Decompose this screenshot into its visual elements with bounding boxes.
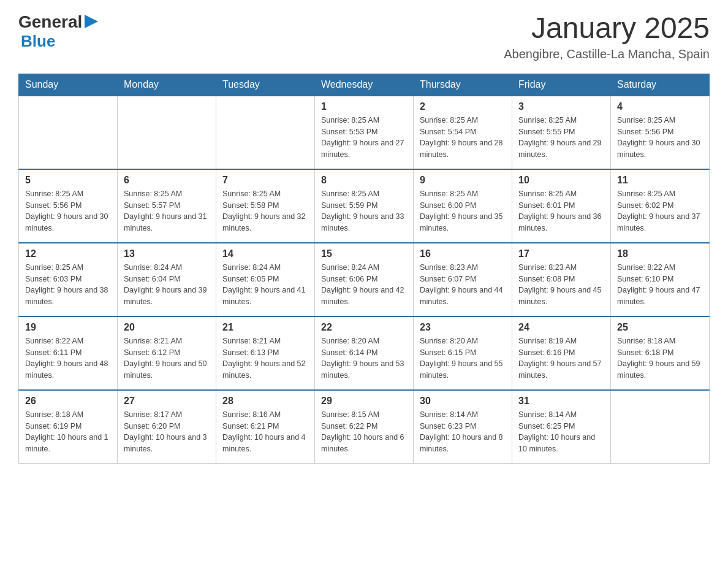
day-number: 27: [124, 396, 210, 407]
day-number: 24: [518, 322, 604, 333]
day-number: 14: [222, 248, 308, 259]
day-info: Sunrise: 8:18 AM Sunset: 6:18 PM Dayligh…: [617, 335, 703, 381]
day-info: Sunrise: 8:25 AM Sunset: 5:53 PM Dayligh…: [321, 115, 407, 161]
day-info: Sunrise: 8:21 AM Sunset: 6:13 PM Dayligh…: [222, 335, 308, 381]
calendar-cell: 24Sunrise: 8:19 AM Sunset: 6:16 PM Dayli…: [512, 316, 611, 390]
month-title: January 2025: [504, 12, 710, 45]
day-info: Sunrise: 8:25 AM Sunset: 6:00 PM Dayligh…: [420, 188, 506, 234]
day-number: 8: [321, 175, 407, 186]
day-info: Sunrise: 8:25 AM Sunset: 5:56 PM Dayligh…: [617, 115, 703, 161]
calendar-cell: 3Sunrise: 8:25 AM Sunset: 5:55 PM Daylig…: [512, 96, 611, 169]
logo-general-text: General: [18, 12, 82, 32]
day-of-week-header: Monday: [118, 74, 216, 96]
day-number: 13: [124, 248, 210, 259]
day-number: 15: [321, 248, 407, 259]
day-info: Sunrise: 8:21 AM Sunset: 6:12 PM Dayligh…: [124, 335, 210, 381]
day-of-week-header: Tuesday: [216, 74, 315, 96]
day-number: 22: [321, 322, 407, 333]
calendar-cell: 23Sunrise: 8:20 AM Sunset: 6:15 PM Dayli…: [414, 316, 512, 390]
calendar-cell: 17Sunrise: 8:23 AM Sunset: 6:08 PM Dayli…: [512, 243, 611, 316]
day-info: Sunrise: 8:14 AM Sunset: 6:25 PM Dayligh…: [518, 409, 604, 455]
day-info: Sunrise: 8:22 AM Sunset: 6:11 PM Dayligh…: [25, 335, 111, 381]
day-info: Sunrise: 8:25 AM Sunset: 6:03 PM Dayligh…: [25, 262, 111, 308]
day-number: 5: [25, 175, 111, 186]
location-title: Abengibre, Castille-La Mancha, Spain: [504, 47, 710, 61]
calendar-table: SundayMondayTuesdayWednesdayThursdayFrid…: [18, 74, 710, 464]
day-number: 29: [321, 396, 407, 407]
calendar-week-row: 1Sunrise: 8:25 AM Sunset: 5:53 PM Daylig…: [19, 96, 710, 169]
day-number: 30: [420, 396, 506, 407]
day-info: Sunrise: 8:14 AM Sunset: 6:23 PM Dayligh…: [420, 409, 506, 455]
day-info: Sunrise: 8:25 AM Sunset: 5:57 PM Dayligh…: [124, 188, 210, 234]
day-of-week-header: Saturday: [611, 74, 710, 96]
day-number: 23: [420, 322, 506, 333]
calendar-cell: 1Sunrise: 8:25 AM Sunset: 5:53 PM Daylig…: [315, 96, 414, 169]
day-info: Sunrise: 8:25 AM Sunset: 5:55 PM Dayligh…: [518, 115, 604, 161]
calendar-cell: [216, 96, 315, 169]
day-number: 2: [420, 101, 506, 112]
calendar-cell: 8Sunrise: 8:25 AM Sunset: 5:59 PM Daylig…: [315, 169, 414, 243]
calendar-week-row: 12Sunrise: 8:25 AM Sunset: 6:03 PM Dayli…: [19, 243, 710, 316]
calendar-cell: 31Sunrise: 8:14 AM Sunset: 6:25 PM Dayli…: [512, 390, 611, 464]
day-number: 3: [518, 101, 604, 112]
calendar-cell: 25Sunrise: 8:18 AM Sunset: 6:18 PM Dayli…: [611, 316, 710, 390]
day-number: 19: [25, 322, 111, 333]
day-info: Sunrise: 8:25 AM Sunset: 5:56 PM Dayligh…: [25, 188, 111, 234]
day-of-week-header: Sunday: [19, 74, 118, 96]
calendar-header: SundayMondayTuesdayWednesdayThursdayFrid…: [19, 74, 710, 96]
day-number: 7: [222, 175, 308, 186]
day-info: Sunrise: 8:23 AM Sunset: 6:07 PM Dayligh…: [420, 262, 506, 308]
calendar-cell: 11Sunrise: 8:25 AM Sunset: 6:02 PM Dayli…: [611, 169, 710, 243]
calendar-cell: 29Sunrise: 8:15 AM Sunset: 6:22 PM Dayli…: [315, 390, 414, 464]
logo: General Blue: [18, 12, 98, 51]
calendar-cell: 30Sunrise: 8:14 AM Sunset: 6:23 PM Dayli…: [414, 390, 512, 464]
day-number: 12: [25, 248, 111, 259]
calendar-cell: 21Sunrise: 8:21 AM Sunset: 6:13 PM Dayli…: [216, 316, 315, 390]
day-info: Sunrise: 8:25 AM Sunset: 5:54 PM Dayligh…: [420, 115, 506, 161]
calendar-cell: 7Sunrise: 8:25 AM Sunset: 5:58 PM Daylig…: [216, 169, 315, 243]
day-info: Sunrise: 8:20 AM Sunset: 6:15 PM Dayligh…: [420, 335, 506, 381]
day-number: 9: [420, 175, 506, 186]
day-number: 6: [124, 175, 210, 186]
calendar-cell: 28Sunrise: 8:16 AM Sunset: 6:21 PM Dayli…: [216, 390, 315, 464]
calendar-cell: 14Sunrise: 8:24 AM Sunset: 6:05 PM Dayli…: [216, 243, 315, 316]
day-of-week-header: Friday: [512, 74, 611, 96]
calendar-cell: [611, 390, 710, 464]
day-info: Sunrise: 8:15 AM Sunset: 6:22 PM Dayligh…: [321, 409, 407, 455]
day-number: 17: [518, 248, 604, 259]
calendar-cell: 16Sunrise: 8:23 AM Sunset: 6:07 PM Dayli…: [414, 243, 512, 316]
day-info: Sunrise: 8:25 AM Sunset: 6:01 PM Dayligh…: [518, 188, 604, 234]
day-number: 10: [518, 175, 604, 186]
day-info: Sunrise: 8:16 AM Sunset: 6:21 PM Dayligh…: [222, 409, 308, 455]
day-number: 31: [518, 396, 604, 407]
day-number: 25: [617, 322, 703, 333]
day-number: 16: [420, 248, 506, 259]
day-number: 21: [222, 322, 308, 333]
day-info: Sunrise: 8:18 AM Sunset: 6:19 PM Dayligh…: [25, 409, 111, 455]
day-info: Sunrise: 8:25 AM Sunset: 6:02 PM Dayligh…: [617, 188, 703, 234]
calendar-cell: 4Sunrise: 8:25 AM Sunset: 5:56 PM Daylig…: [611, 96, 710, 169]
calendar-cell: 5Sunrise: 8:25 AM Sunset: 5:56 PM Daylig…: [19, 169, 118, 243]
day-info: Sunrise: 8:17 AM Sunset: 6:20 PM Dayligh…: [124, 409, 210, 455]
logo-triangle-icon: [85, 15, 98, 28]
calendar-cell: 22Sunrise: 8:20 AM Sunset: 6:14 PM Dayli…: [315, 316, 414, 390]
day-info: Sunrise: 8:23 AM Sunset: 6:08 PM Dayligh…: [518, 262, 604, 308]
day-info: Sunrise: 8:24 AM Sunset: 6:06 PM Dayligh…: [321, 262, 407, 308]
day-info: Sunrise: 8:25 AM Sunset: 5:58 PM Dayligh…: [222, 188, 308, 234]
day-number: 20: [124, 322, 210, 333]
day-info: Sunrise: 8:24 AM Sunset: 6:05 PM Dayligh…: [222, 262, 308, 308]
day-info: Sunrise: 8:24 AM Sunset: 6:04 PM Dayligh…: [124, 262, 210, 308]
title-section: January 2025 Abengibre, Castille-La Manc…: [504, 12, 710, 61]
day-number: 1: [321, 101, 407, 112]
calendar-cell: 13Sunrise: 8:24 AM Sunset: 6:04 PM Dayli…: [118, 243, 216, 316]
day-number: 26: [25, 396, 111, 407]
day-number: 18: [617, 248, 703, 259]
calendar-cell: 9Sunrise: 8:25 AM Sunset: 6:00 PM Daylig…: [414, 169, 512, 243]
calendar-cell: 10Sunrise: 8:25 AM Sunset: 6:01 PM Dayli…: [512, 169, 611, 243]
day-info: Sunrise: 8:22 AM Sunset: 6:10 PM Dayligh…: [617, 262, 703, 308]
calendar-cell: 6Sunrise: 8:25 AM Sunset: 5:57 PM Daylig…: [118, 169, 216, 243]
svg-marker-0: [85, 15, 98, 28]
calendar-cell: [19, 96, 118, 169]
calendar-week-row: 19Sunrise: 8:22 AM Sunset: 6:11 PM Dayli…: [19, 316, 710, 390]
day-info: Sunrise: 8:19 AM Sunset: 6:16 PM Dayligh…: [518, 335, 604, 381]
